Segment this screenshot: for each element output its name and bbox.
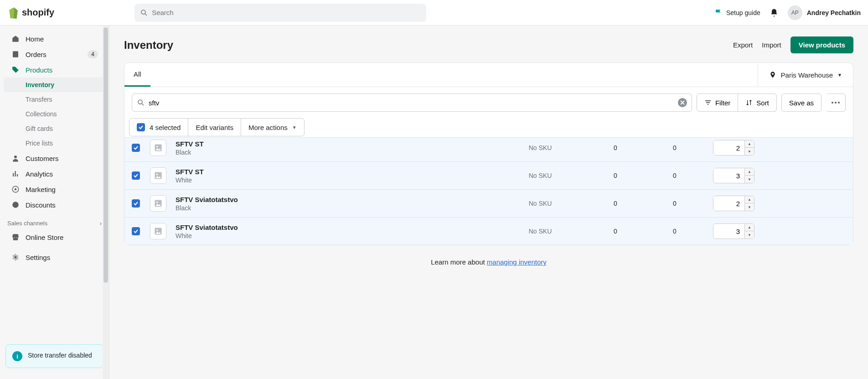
sidebar-sub-collections[interactable]: Collections <box>4 107 105 121</box>
svg-point-3 <box>14 156 17 158</box>
product-name-cell[interactable]: SFTV ST Black <box>176 140 495 156</box>
table-row[interactable]: SFTV Sviatotatstvo White No SKU 0 0 ▲ ▼ <box>124 217 853 245</box>
search-icon <box>137 99 145 107</box>
product-thumbnail[interactable] <box>150 195 166 212</box>
view-products-button[interactable]: View products <box>790 36 853 53</box>
sidebar-item-label: Marketing <box>26 186 56 193</box>
sidebar-sub-gift-cards[interactable]: Gift cards <box>4 121 105 136</box>
svg-point-11 <box>835 102 837 104</box>
table-row[interactable]: SFTV ST Black No SKU 0 0 ▲ ▼ <box>124 137 853 161</box>
filter-icon <box>704 99 712 106</box>
quantity-increment[interactable]: ▲ <box>745 168 754 176</box>
sidebar-item-discounts[interactable]: Discounts <box>4 197 105 213</box>
user-menu[interactable]: AP Andrey Pechatkin <box>788 5 861 20</box>
inventory-search-input[interactable] <box>149 99 674 107</box>
quantity-stepper[interactable]: ▲ ▼ <box>713 196 754 211</box>
select-all-checkbox[interactable] <box>137 123 145 131</box>
sidebar-item-online-store[interactable]: Online Store <box>4 229 105 245</box>
sidebar-sub-transfers[interactable]: Transfers <box>4 92 105 107</box>
edit-variants-button[interactable]: Edit variants <box>188 119 241 136</box>
more-menu-button[interactable] <box>826 93 846 112</box>
caret-down-icon: ▼ <box>292 125 297 130</box>
quantity-input[interactable] <box>713 168 744 183</box>
table-row[interactable]: SFTV ST White No SKU 0 0 ▲ ▼ <box>124 161 853 189</box>
product-variant: Black <box>176 149 495 156</box>
row-checkbox[interactable] <box>132 171 140 180</box>
image-icon <box>154 227 163 236</box>
product-title: SFTV ST <box>176 168 495 176</box>
quantity-decrement[interactable]: ▼ <box>745 231 754 239</box>
tab-all[interactable]: All <box>124 63 150 87</box>
sidebar-sub-inventory[interactable]: Inventory <box>4 78 105 92</box>
topbar: shopify Setup guide AP Andrey Pechatkin <box>0 0 868 26</box>
quantity-decrement[interactable]: ▼ <box>745 176 754 183</box>
filter-button[interactable]: Filter <box>697 93 738 112</box>
row-checkbox[interactable] <box>132 144 140 152</box>
product-thumbnail[interactable] <box>150 167 166 184</box>
row-checkbox[interactable] <box>132 199 140 208</box>
svg-point-14 <box>156 146 158 147</box>
sidebar-alert-text: Store transfer disabled <box>28 351 92 360</box>
sidebar-item-products[interactable]: Products <box>4 62 105 78</box>
quantity-stepper[interactable]: ▲ ▼ <box>713 168 754 183</box>
incoming-cell: 0 <box>586 172 645 179</box>
row-checkbox[interactable] <box>132 227 140 235</box>
product-title: SFTV Sviatotatstvo <box>176 223 495 231</box>
setup-guide-link[interactable]: Setup guide <box>714 9 760 17</box>
sort-button[interactable]: Sort <box>738 93 777 112</box>
managing-inventory-link[interactable]: managing inventory <box>487 258 547 266</box>
quantity-input[interactable] <box>713 140 744 155</box>
inventory-table: SFTV ST Black No SKU 0 0 ▲ ▼ SFTV ST <box>124 137 853 245</box>
product-name-cell[interactable]: SFTV Sviatotatstvo White <box>176 223 495 239</box>
sidebar-item-orders[interactable]: Orders 4 <box>4 47 105 62</box>
product-name-cell[interactable]: SFTV ST White <box>176 168 495 184</box>
save-as-button[interactable]: Save as <box>781 93 822 112</box>
import-button[interactable]: Import <box>762 41 781 49</box>
product-title: SFTV Sviatotatstvo <box>176 196 495 203</box>
global-search[interactable] <box>134 4 426 22</box>
sidebar-item-analytics[interactable]: Analytics <box>4 166 105 182</box>
sidebar-item-customers[interactable]: Customers <box>4 151 105 166</box>
sales-channels-header[interactable]: Sales channels › <box>0 213 109 229</box>
select-all-toggle[interactable]: 4 selected <box>129 119 188 136</box>
sidebar-scrollbar[interactable] <box>103 26 109 379</box>
table-row[interactable]: SFTV Sviatotatstvo Black No SKU 0 0 ▲ ▼ <box>124 189 853 217</box>
search-icon <box>140 9 148 17</box>
sidebar-item-settings[interactable]: Settings <box>4 249 105 265</box>
location-picker[interactable]: Paris Warehouse ▼ <box>758 64 853 86</box>
check-icon <box>133 228 139 234</box>
committed-cell: 0 <box>645 200 704 207</box>
sidebar-item-home[interactable]: Home <box>4 31 105 47</box>
check-icon <box>133 201 139 206</box>
product-name-cell[interactable]: SFTV Sviatotatstvo Black <box>176 196 495 212</box>
sidebar-item-marketing[interactable]: Marketing <box>4 182 105 197</box>
quantity-increment[interactable]: ▲ <box>745 140 754 148</box>
inventory-search[interactable] <box>132 93 692 112</box>
quantity-increment[interactable]: ▲ <box>745 196 754 203</box>
shopify-logo[interactable]: shopify <box>7 7 54 19</box>
info-icon: i <box>12 351 22 361</box>
product-thumbnail[interactable] <box>150 140 166 156</box>
quantity-input[interactable] <box>713 196 744 211</box>
logo-text: shopify <box>22 7 54 18</box>
quantity-input[interactable] <box>713 224 744 239</box>
svg-point-12 <box>838 102 840 104</box>
quantity-decrement[interactable]: ▼ <box>745 203 754 211</box>
export-button[interactable]: Export <box>733 41 753 49</box>
sidebar-alert[interactable]: i Store transfer disabled <box>5 344 103 368</box>
quantity-stepper[interactable]: ▲ ▼ <box>713 223 754 239</box>
more-actions-button[interactable]: More actions ▼ <box>241 119 304 136</box>
product-thumbnail[interactable] <box>150 223 166 239</box>
svg-point-0 <box>141 10 145 14</box>
sidebar-sub-price-lists[interactable]: Price lists <box>4 136 105 151</box>
global-search-input[interactable] <box>152 9 421 16</box>
clear-search-button[interactable] <box>678 98 687 107</box>
quantity-decrement[interactable]: ▼ <box>745 148 754 155</box>
incoming-cell: 0 <box>586 200 645 207</box>
sidebar-item-label: Home <box>26 35 44 43</box>
caret-down-icon: ▼ <box>837 73 842 78</box>
quantity-stepper[interactable]: ▲ ▼ <box>713 140 754 156</box>
quantity-increment[interactable]: ▲ <box>745 224 754 231</box>
flag-icon <box>714 9 723 17</box>
bell-icon[interactable] <box>770 8 779 17</box>
